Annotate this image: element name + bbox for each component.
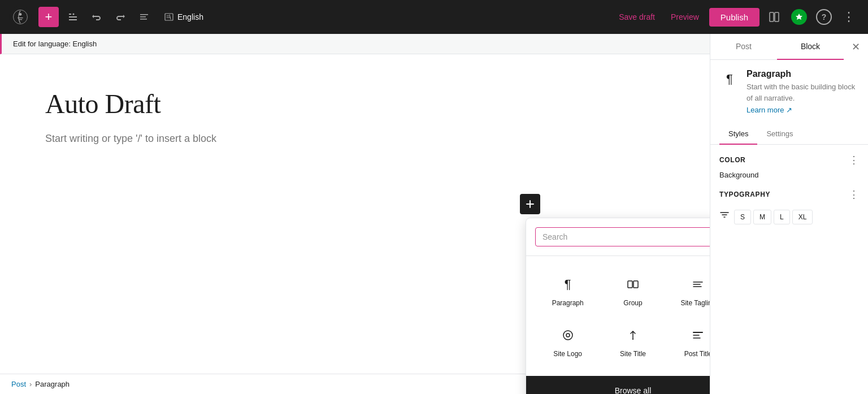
typography-filter-button[interactable] (719, 210, 730, 220)
size-m-button[interactable]: M (753, 210, 771, 224)
block-item-group[interactable]: Group (600, 265, 665, 316)
color-section-label: Color (719, 156, 745, 164)
svg-point-2 (73, 14, 75, 15)
layout-view-button[interactable] (764, 7, 784, 27)
breadcrumb-paragraph: Paragraph (35, 380, 70, 388)
toolbar: + English Save draft Preview Publish (0, 0, 868, 34)
svg-point-9 (563, 331, 572, 340)
block-info-desc: Start with the basic building block of a… (747, 81, 859, 103)
language-bar: Edit for language: English (0, 34, 710, 54)
svg-rect-4 (770, 12, 774, 21)
post-placeholder[interactable]: Start writing or type '/' to insert a bl… (45, 133, 665, 145)
block-item-paragraph[interactable]: ¶ Paragraph (535, 265, 600, 316)
block-inserter-popup: ¶ Paragraph Group (526, 218, 710, 394)
size-buttons: S M L XL (734, 210, 859, 224)
more-options-button[interactable]: ⋮ (839, 7, 859, 27)
site-title-label: Site Title (620, 350, 646, 358)
svg-point-1 (19, 13, 22, 16)
block-item-site-title[interactable]: Site Title (600, 316, 665, 367)
paragraph-label: Paragraph (552, 299, 584, 307)
block-search-area (526, 218, 710, 256)
typography-size-row: S M L XL (719, 205, 859, 224)
svg-rect-5 (775, 12, 779, 21)
color-section-header: Color ⋮ (719, 154, 859, 166)
typography-section-header: Typography ⋮ (719, 188, 859, 201)
publish-button[interactable]: Publish (709, 8, 760, 27)
post-title-label: Post Title (684, 350, 710, 358)
svg-point-11 (632, 339, 633, 340)
svg-point-10 (566, 334, 570, 337)
search-input-wrap (535, 227, 710, 246)
size-xl-button[interactable]: XL (792, 210, 813, 224)
sub-tab-styles[interactable]: Styles (719, 124, 757, 145)
block-search-input[interactable] (542, 232, 710, 241)
block-item-site-tagline[interactable]: Site Tagline (666, 265, 710, 316)
language-bar-text: Edit for language: English (13, 40, 97, 48)
performance-button[interactable] (789, 7, 809, 27)
breadcrumb-separator: › (29, 380, 32, 388)
block-info-icon: ¶ (719, 69, 740, 89)
redo-button[interactable] (111, 8, 130, 25)
sidebar-sub-tabs: Styles Settings (710, 124, 868, 145)
svg-rect-3 (165, 14, 173, 20)
editor-area: Edit for language: English Auto Draft St… (0, 34, 710, 394)
block-item-site-logo[interactable]: Site Logo (535, 316, 600, 367)
sidebar-close-button[interactable]: ✕ (844, 34, 868, 60)
size-s-button[interactable]: S (734, 210, 751, 224)
block-info-text: Paragraph Start with the basic building … (747, 69, 859, 115)
group-label: Group (623, 299, 642, 307)
svg-rect-7 (628, 281, 632, 288)
site-tagline-label: Site Tagline (680, 299, 710, 307)
size-l-button[interactable]: L (774, 210, 790, 224)
right-sidebar: Post Block ✕ ¶ Paragraph Start with the … (710, 34, 868, 394)
help-button[interactable]: ? (814, 7, 834, 27)
site-logo-label: Site Logo (553, 350, 582, 358)
sidebar-body: ¶ Paragraph Start with the basic buildin… (710, 60, 868, 394)
tab-block[interactable]: Block (777, 34, 844, 60)
site-logo-icon (558, 325, 578, 345)
block-info-title: Paragraph (747, 69, 859, 79)
browse-all-button[interactable]: Browse all (526, 376, 710, 394)
save-draft-button[interactable]: Save draft (613, 9, 661, 25)
color-more-button[interactable]: ⋮ (849, 154, 859, 166)
block-info-header: ¶ Paragraph Start with the basic buildin… (719, 69, 859, 115)
sub-tab-settings[interactable]: Settings (757, 124, 802, 145)
post-title-icon (688, 325, 708, 345)
learn-more-link[interactable]: Learn more ↗ (747, 106, 792, 114)
editor-content[interactable]: Auto Draft Start writing or type '/' to … (0, 54, 710, 179)
paragraph-icon: ¶ (558, 274, 578, 295)
group-icon (623, 274, 643, 295)
undo-button[interactable] (87, 8, 106, 25)
typography-more-button[interactable]: ⋮ (849, 188, 859, 201)
language-label: English (177, 12, 203, 21)
typography-section-label: Typography (719, 190, 770, 198)
add-block-button[interactable]: + (38, 7, 59, 27)
document-overview-button[interactable] (134, 8, 154, 25)
site-tagline-icon (688, 274, 708, 295)
breadcrumb-post[interactable]: Post (11, 380, 26, 388)
site-title-icon (623, 325, 643, 345)
tools-button[interactable] (63, 8, 83, 25)
block-grid: ¶ Paragraph Group (526, 256, 710, 376)
preview-button[interactable]: Preview (665, 9, 705, 25)
post-title-display[interactable]: Auto Draft (45, 88, 665, 119)
svg-point-0 (14, 10, 28, 24)
block-inserter-button[interactable] (520, 194, 540, 214)
block-item-post-title[interactable]: Post Title (666, 316, 710, 367)
svg-rect-8 (633, 281, 638, 288)
background-label: Background (719, 171, 859, 179)
main-layout: Edit for language: English Auto Draft St… (0, 34, 868, 394)
sidebar-tabs: Post Block (710, 34, 844, 60)
tab-post[interactable]: Post (710, 34, 777, 60)
language-selector[interactable]: English (158, 8, 209, 25)
wp-logo (9, 6, 32, 28)
